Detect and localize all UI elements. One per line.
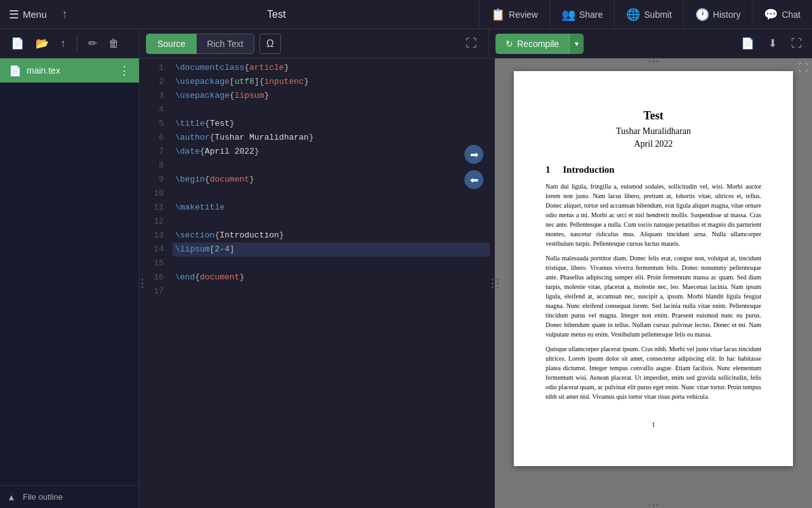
new-file-button[interactable]: 📄 (6, 34, 29, 53)
paper-paragraph: Quisque ullamcorper placerat ipsum. Cras… (546, 344, 761, 401)
chat-icon: 💬 (764, 8, 778, 22)
back-icon: ↑ (62, 8, 68, 21)
paper-section-heading: 1 Introduction (546, 164, 761, 175)
line-number: 4 (145, 103, 164, 117)
line-number: 2 (145, 75, 164, 89)
edit-button[interactable]: ✏ (84, 34, 102, 53)
editor-toolbar: Source Rich Text Ω ⛶ (140, 29, 488, 58)
view-pdf-button[interactable]: 📄 (737, 34, 758, 53)
rich-text-tab[interactable]: Rich Text (197, 34, 254, 54)
line-number: 10 (145, 187, 164, 201)
line-number: 6 (145, 131, 164, 145)
file-sidebar: 📄 main.tex ⋮ ▴ File outline (0, 58, 140, 508)
recompile-label: Recompile (517, 39, 559, 49)
right-resize-handle[interactable] (490, 58, 495, 508)
code-line: \section{Introduction} (173, 229, 490, 243)
line-numbers: 1234567891011121314151617 (145, 58, 170, 508)
file-name: main.tex (27, 65, 114, 76)
preview-area: Test Tushar Muralidharan April 2022 1 In… (495, 58, 812, 508)
open-file-button[interactable]: 📂 (31, 34, 53, 53)
line-number: 13 (145, 229, 164, 243)
recompile-dropdown[interactable]: ▾ (569, 34, 584, 54)
review-icon: 📋 (491, 8, 505, 22)
file-outline-toggle[interactable]: ▴ File outline (0, 485, 139, 508)
paper-page-number: 1 (546, 420, 761, 428)
menu-icon: ☰ (9, 8, 19, 22)
code-line: \author{Tushar Muralidharan} (173, 131, 490, 145)
line-number: 3 (145, 89, 164, 103)
left-resize-handle[interactable] (140, 58, 145, 508)
paper-section-num: 1 (546, 164, 551, 175)
line-number: 9 (145, 173, 164, 187)
code-line: \maketitle (173, 201, 490, 215)
code-line: \title{Test} (173, 117, 490, 131)
preview-collapse-button[interactable]: ⛶ (787, 35, 806, 53)
history-label: History (713, 10, 741, 20)
code-line (173, 103, 490, 117)
paper-section-title: Introduction (563, 164, 614, 175)
line-number: 16 (145, 271, 164, 284)
share-icon: 👥 (561, 8, 575, 22)
share-label: Share (579, 10, 603, 20)
line-number: 1 (145, 61, 164, 75)
code-line: \usepackage{lipsum} (173, 89, 490, 103)
topbar: ☰ Menu ↑ Test 📋 Review 👥 Share 🌐 Submit … (0, 0, 812, 29)
sidebar-dots: ▴ (9, 491, 15, 503)
code-line: \documentclass{article} (173, 61, 490, 75)
submit-label: Submit (644, 10, 672, 20)
submit-icon: 🌐 (626, 8, 640, 22)
code-line (173, 159, 490, 173)
nav-arrow-right[interactable]: ➡ (464, 145, 483, 164)
preview-expand-button[interactable]: ⛶ (798, 62, 808, 74)
line-number: 14 (145, 243, 164, 257)
submit-button[interactable]: 🌐 Submit (614, 0, 683, 29)
source-tab[interactable]: Source (146, 34, 197, 54)
nav-arrow-left[interactable]: ⬅ (464, 170, 483, 189)
topbar-actions: 📋 Review 👥 Share 🌐 Submit 🕐 History 💬 Ch… (479, 0, 812, 29)
recompile-button[interactable]: ↻ Recompile (495, 34, 569, 54)
file-outline-label: File outline (23, 492, 63, 502)
history-icon: 🕐 (695, 8, 709, 22)
code-editor-content[interactable]: 1234567891011121314151617 \documentclass… (140, 58, 495, 508)
preview-paper[interactable]: Test Tushar Muralidharan April 2022 1 In… (495, 58, 812, 508)
recompile-icon: ↻ (506, 39, 513, 49)
paper-paragraph: Nulla malesuada porttitor diam. Donec fe… (546, 253, 761, 339)
code-text[interactable]: \documentclass{article}\usepackage[utf8]… (170, 58, 495, 508)
paper-author: Tushar Muralidharan (546, 126, 761, 137)
line-number: 11 (145, 201, 164, 215)
preview-top-dots (647, 58, 660, 64)
file-more-button[interactable]: ⋮ (119, 64, 130, 77)
file-item-main-tex[interactable]: 📄 main.tex ⋮ (0, 58, 139, 83)
editor-expand-button[interactable]: ⛶ (461, 34, 482, 53)
file-toolbar: 📄 📂 ↑ ✏ 🗑 (0, 29, 140, 58)
delete-button[interactable]: 🗑 (104, 35, 124, 53)
upload-button[interactable]: ↑ (56, 35, 70, 53)
history-button[interactable]: 🕐 History (683, 0, 752, 29)
line-number: 15 (145, 257, 164, 271)
menu-button[interactable]: ☰ Menu (0, 8, 56, 22)
menu-label: Menu (23, 9, 47, 20)
preview-toolbar: ↻ Recompile ▾ 📄 ⬇ ⛶ (488, 29, 812, 58)
paper-body: Nam dui ligula, fringilla a, euismod sod… (546, 182, 761, 401)
code-line: \begin{document} (173, 173, 490, 187)
download-pdf-button[interactable]: ⬇ (764, 34, 781, 53)
main-content: 📄 main.tex ⋮ ▴ File outline 123456789101… (0, 58, 812, 508)
review-button[interactable]: 📋 Review (479, 0, 549, 29)
code-line (173, 187, 490, 201)
code-line: \end{document} (173, 271, 490, 284)
preview-left-divider[interactable] (495, 58, 500, 508)
paper-title: Test (546, 109, 761, 123)
editor-area: 1234567891011121314151617 \documentclass… (140, 58, 495, 508)
back-button[interactable]: ↑ (56, 8, 74, 21)
share-button[interactable]: 👥 Share (549, 0, 614, 29)
code-line: \lipsum[2-4] (173, 243, 490, 257)
document-title: Test (74, 9, 479, 20)
review-label: Review (509, 10, 538, 20)
preview-divider-dots (497, 279, 499, 288)
omega-button[interactable]: Ω (259, 34, 281, 54)
chat-label: Chat (782, 10, 801, 20)
code-line (173, 257, 490, 271)
pdf-paper: Test Tushar Muralidharan April 2022 1 In… (514, 71, 793, 466)
code-line (173, 284, 490, 298)
chat-button[interactable]: 💬 Chat (752, 0, 812, 29)
